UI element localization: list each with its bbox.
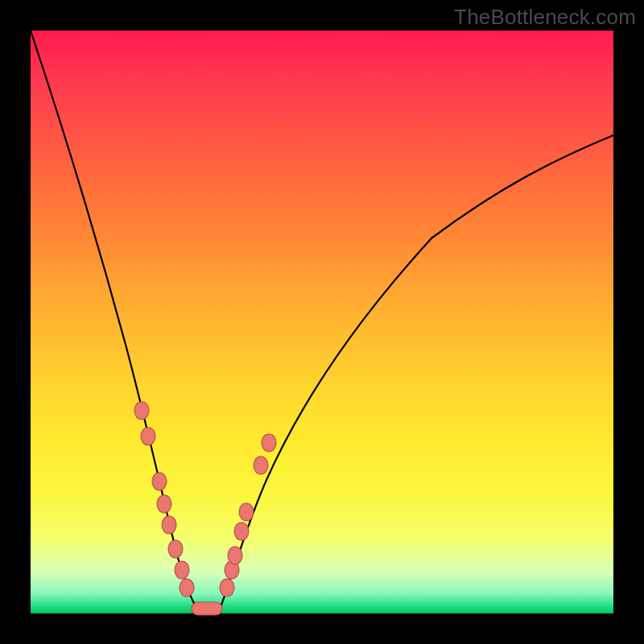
marker-dot xyxy=(234,522,249,540)
chart-svg xyxy=(31,31,613,613)
marker-dot xyxy=(239,503,254,521)
marker-dot xyxy=(228,547,242,564)
marker-dot xyxy=(157,495,171,513)
marker-dot xyxy=(141,427,155,445)
marker-floor-pill xyxy=(192,602,222,615)
marker-dot xyxy=(220,579,234,597)
plot-area xyxy=(31,31,613,613)
marker-dot xyxy=(180,579,194,597)
marker-dot xyxy=(175,561,189,579)
outer-frame: TheBottleneck.com xyxy=(0,0,644,644)
marker-dot xyxy=(152,473,167,490)
watermark-text: TheBottleneck.com xyxy=(454,5,636,30)
marker-dot xyxy=(162,516,176,534)
marker-dot xyxy=(168,540,183,558)
marker-dot xyxy=(134,402,149,419)
marker-dot xyxy=(254,456,268,474)
curve-right-branch xyxy=(221,135,613,607)
marker-dot xyxy=(262,434,276,452)
